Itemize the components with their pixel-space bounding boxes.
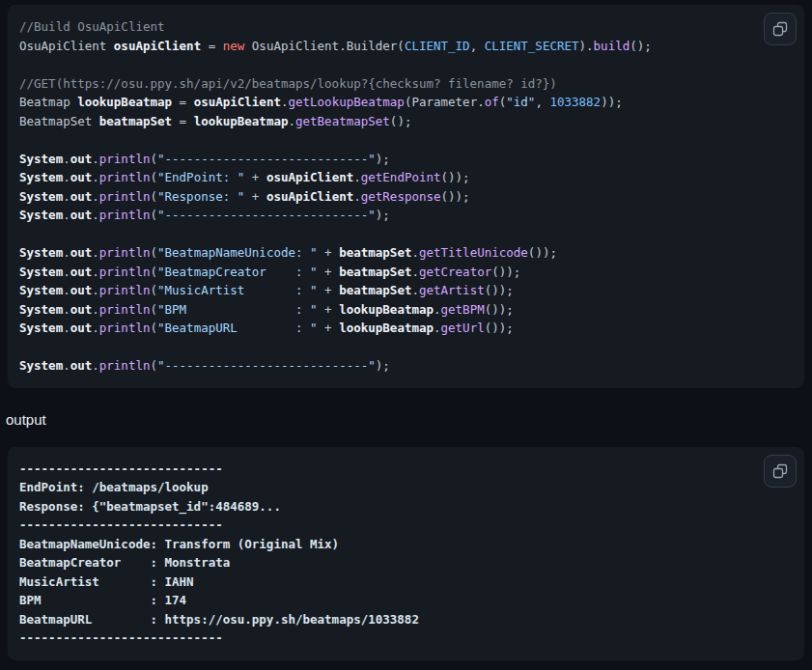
code-line: ---------------------------- bbox=[19, 628, 791, 648]
code-line: //GET(https://osu.ppy.sh/api/v2/beatmaps… bbox=[19, 74, 791, 94]
code-line: System.out.println("MusicArtist : " + be… bbox=[19, 281, 791, 300]
code-line: System.out.println("--------------------… bbox=[19, 150, 791, 169]
code-line: BeatmapNameUnicode: Transform (Original … bbox=[19, 535, 791, 554]
copy-icon bbox=[772, 21, 788, 37]
code-line: ---------------------------- bbox=[19, 460, 791, 479]
code-line: System.out.println("BPM : " + lookupBeat… bbox=[19, 300, 791, 320]
code-line: ---------------------------- bbox=[19, 516, 791, 535]
code-line: System.out.println("--------------------… bbox=[19, 206, 791, 225]
code-line: System.out.println("EndPoint: " + osuApi… bbox=[19, 168, 791, 187]
code-line: System.out.println("Response: " + osuApi… bbox=[19, 187, 791, 207]
code-line: System.out.println("BeatmapCreator : " +… bbox=[19, 263, 791, 282]
output-label: output bbox=[6, 411, 812, 429]
code-line: BPM : 174 bbox=[19, 591, 791, 610]
code-line: System.out.println("--------------------… bbox=[19, 356, 791, 376]
code-line bbox=[19, 225, 791, 244]
code-line: MusicArtist : IAHN bbox=[19, 572, 791, 592]
output-code-block: ----------------------------EndPoint: /b… bbox=[8, 447, 804, 660]
code-line: OsuApiClient osuApiClient = new OsuApiCl… bbox=[19, 37, 791, 56]
copy-button[interactable] bbox=[764, 13, 797, 45]
code-line: Beatmap lookupBeatmap = osuApiClient.get… bbox=[19, 93, 791, 112]
copy-icon bbox=[772, 463, 788, 479]
code-line: System.out.println("BeatmapNameUnicode: … bbox=[19, 243, 791, 263]
code-line bbox=[19, 55, 791, 74]
code-line bbox=[19, 130, 791, 150]
code-line bbox=[19, 338, 791, 357]
code-line: System.out.println("BeatmapURL : " + loo… bbox=[19, 319, 791, 338]
java-code: //Build OsuApiClientOsuApiClient osuApiC… bbox=[19, 17, 791, 376]
code-line: //Build OsuApiClient bbox=[19, 17, 791, 37]
code-line: BeatmapSet beatmapSet = lookupBeatmap.ge… bbox=[19, 112, 791, 131]
output-code: ----------------------------EndPoint: /b… bbox=[19, 460, 791, 648]
code-line: BeatmapURL : https://osu.ppy.sh/beatmaps… bbox=[19, 610, 791, 629]
code-line: Response: {"beatmapset_id":484689... bbox=[19, 497, 791, 516]
java-code-block: //Build OsuApiClientOsuApiClient osuApiC… bbox=[8, 5, 804, 388]
code-line: BeatmapCreator : Monstrata bbox=[19, 553, 791, 572]
code-line: EndPoint: /beatmaps/lookup bbox=[19, 478, 791, 497]
copy-button[interactable] bbox=[764, 455, 797, 488]
